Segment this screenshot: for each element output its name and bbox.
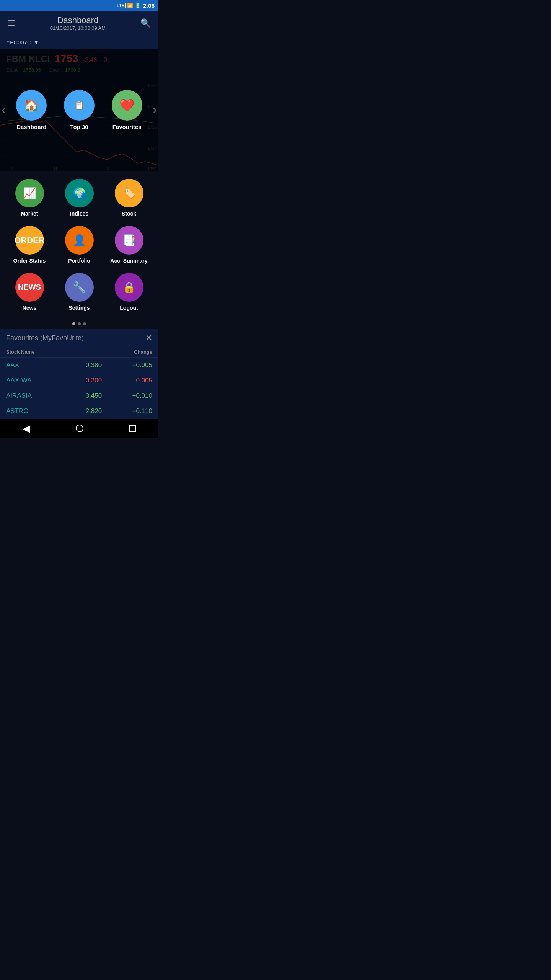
order-status-icon-circle: ORDER — [15, 226, 44, 255]
indices-icon: 🌍 — [73, 187, 86, 199]
portfolio-icon: 👤 — [73, 234, 86, 247]
acc-summary-icon-circle: 📑 — [115, 226, 143, 255]
col-stock-name: Stock Name — [0, 347, 64, 358]
stock-price-airasia: 3.450 — [64, 388, 108, 403]
menu-item-portfolio[interactable]: 👤 Portfolio — [56, 226, 103, 264]
stock-price-aax-wa: 0.200 — [64, 373, 108, 388]
settings-label: Settings — [68, 305, 90, 311]
bottom-nav: ◀ — [0, 419, 158, 438]
app-header: ☰ Dashboard 01/10/2017, 10:08:09 AM 🔍 — [0, 11, 158, 36]
favourites-header: Favourites (MyFavoUrite) ✕ — [0, 329, 158, 347]
header-center: Dashboard 01/10/2017, 10:08:09 AM — [17, 15, 139, 31]
menu-item-favourites[interactable]: ❤️ Favourites — [108, 90, 146, 130]
stock-icon: 🏷️ — [122, 187, 136, 199]
market-label: Market — [21, 211, 38, 217]
stock-name-aax: AAX — [0, 358, 64, 373]
stock-price-aax: 0.380 — [64, 358, 108, 373]
chart-area: FBM KLCI 1753 -2.48 -0. Close : 1758.06 … — [0, 49, 158, 171]
menu-item-order-status[interactable]: ORDER Order Status — [6, 226, 53, 264]
signal-icon: 📶 — [127, 3, 133, 8]
stock-change-airasia: +0.010 — [108, 388, 158, 403]
market-icon-circle: 📈 — [15, 179, 44, 207]
stock-name-aax-wa: AAX-WA — [0, 373, 64, 388]
dot-2 — [78, 322, 81, 325]
account-id: YFC007C — [6, 39, 31, 46]
favourites-section: Favourites (MyFavoUrite) ✕ Stock Name Ch… — [0, 329, 158, 419]
battery-icon: 🔋 — [135, 3, 141, 8]
dashboard-icon-circle: 🏠 — [16, 90, 47, 121]
menu-item-acc-summary[interactable]: 📑 Acc. Summary — [106, 226, 152, 264]
order-status-label: Order Status — [13, 258, 46, 264]
menu-item-logout[interactable]: 🔒 Logout — [106, 273, 152, 311]
menu-item-settings[interactable]: 🔧 Settings — [56, 273, 103, 311]
favourites-icon-circle: ❤️ — [112, 90, 142, 121]
settings-icon: 🔧 — [73, 281, 86, 294]
news-icon-circle: NEWS — [15, 273, 44, 302]
stop-button[interactable] — [129, 425, 136, 432]
table-row: AAX 0.380 +0.005 — [0, 358, 158, 373]
stock-name-astro: ASTRO — [0, 403, 64, 419]
stock-price-astro: 2.820 — [64, 403, 108, 419]
menu-overlay: 🏠 Dashboard 📋 Top 30 ❤️ Favourites ‹ › — [0, 49, 158, 171]
home-icon: 🏠 — [24, 98, 39, 113]
favourites-title: Favourites (MyFavoUrite) — [6, 334, 84, 342]
logout-label: Logout — [120, 305, 138, 311]
menu-item-stock[interactable]: 🏷️ Stock — [106, 179, 152, 217]
stock-label: Stock — [122, 211, 136, 217]
market-icon: 📈 — [23, 187, 36, 199]
logout-icon: 🔒 — [122, 281, 136, 294]
stock-change-astro: +0.110 — [108, 403, 158, 419]
account-dropdown-icon[interactable]: ▼ — [34, 39, 39, 46]
settings-icon-circle: 🔧 — [65, 273, 94, 302]
header-title: Dashboard — [17, 15, 139, 25]
stock-icon-circle: 🏷️ — [115, 179, 143, 207]
dashboard-label: Dashboard — [16, 124, 46, 130]
search-button[interactable]: 🔍 — [139, 17, 152, 30]
lte-icon: LTE — [116, 3, 126, 8]
pagination-dots — [0, 318, 158, 329]
menu-item-news[interactable]: NEWS News — [6, 273, 53, 311]
stock-table-body: AAX 0.380 +0.005 AAX-WA 0.200 -0.005 AIR… — [0, 358, 158, 419]
indices-label: Indices — [70, 211, 88, 217]
table-row: ASTRO 2.820 +0.110 — [0, 403, 158, 419]
col-change: Change — [108, 347, 158, 358]
back-button[interactable]: ◀ — [23, 423, 30, 434]
menu-item-market[interactable]: 📈 Market — [6, 179, 53, 217]
menu-grid: 📈 Market 🌍 Indices 🏷️ Stock ORDER Order … — [0, 171, 158, 318]
nav-arrow-left[interactable]: ‹ — [2, 102, 6, 118]
acc-summary-label: Acc. Summary — [110, 258, 147, 264]
menu-item-indices[interactable]: 🌍 Indices — [56, 179, 103, 217]
dot-3 — [83, 322, 86, 325]
status-time: 2:08 — [143, 2, 155, 9]
menu-item-top30[interactable]: 📋 Top 30 — [60, 90, 98, 130]
stop-square-icon — [129, 425, 136, 432]
nav-arrow-right[interactable]: › — [152, 102, 157, 118]
dot-1 — [72, 322, 75, 325]
top30-label: Top 30 — [70, 124, 88, 130]
home-circle-icon — [76, 425, 83, 432]
stock-change-aax: +0.005 — [108, 358, 158, 373]
news-icon: NEWS — [18, 283, 41, 292]
stock-change-aax-wa: -0.005 — [108, 373, 158, 388]
header-date: 01/10/2017, 10:08:09 AM — [17, 25, 139, 31]
order-icon: ORDER — [14, 235, 44, 245]
heart-icon: ❤️ — [119, 98, 135, 113]
menu-row-top: 🏠 Dashboard 📋 Top 30 ❤️ Favourites — [8, 90, 151, 130]
status-bar: LTE 📶 🔋 2:08 — [0, 0, 158, 11]
top30-icon-circle: 📋 — [64, 90, 95, 121]
portfolio-icon-circle: 👤 — [65, 226, 94, 255]
favourites-close-button[interactable]: ✕ — [145, 333, 152, 343]
menu-button[interactable]: ☰ — [6, 17, 17, 30]
portfolio-label: Portfolio — [68, 258, 90, 264]
stock-name-airasia: AIRASIA — [0, 388, 64, 403]
account-bar: YFC007C ▼ — [0, 36, 158, 49]
home-button[interactable] — [76, 425, 83, 432]
menu-item-dashboard[interactable]: 🏠 Dashboard — [12, 90, 51, 130]
indices-icon-circle: 🌍 — [65, 179, 94, 207]
status-icons: LTE 📶 🔋 — [116, 3, 141, 8]
table-row: AAX-WA 0.200 -0.005 — [0, 373, 158, 388]
logout-icon-circle: 🔒 — [115, 273, 143, 302]
acc-summary-icon: 📑 — [122, 234, 136, 247]
col-price — [64, 347, 108, 358]
table-row: AIRASIA 3.450 +0.010 — [0, 388, 158, 403]
